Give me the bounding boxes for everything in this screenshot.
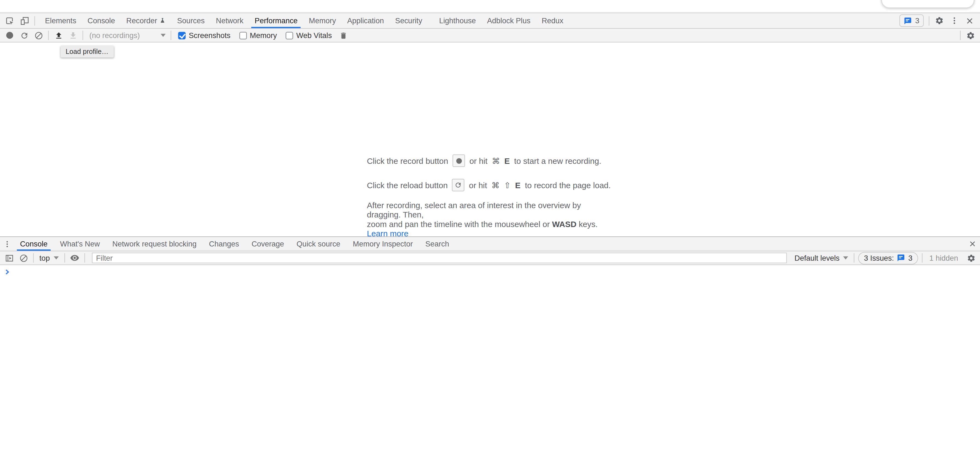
recordings-select-value: (no recordings) — [89, 31, 140, 40]
close-icon — [965, 17, 974, 25]
record-button[interactable] — [2, 29, 17, 42]
screenshots-checkbox[interactable]: Screenshots — [178, 31, 230, 40]
memory-checkbox[interactable]: Memory — [239, 31, 277, 40]
web-vitals-checkbox[interactable]: Web Vitals — [286, 31, 332, 40]
drawer-tabbar: Console What's New Network request block… — [0, 236, 980, 251]
tab-label: Network request blocking — [112, 239, 197, 248]
tab-network[interactable]: Network — [210, 13, 249, 28]
floating-pill — [881, 0, 975, 8]
tab-label: Console — [20, 239, 48, 248]
gear-icon — [967, 253, 975, 262]
tab-label: Lighthouse — [439, 16, 476, 25]
tab-label: Security — [395, 16, 422, 25]
tab-console[interactable]: Console — [82, 13, 121, 28]
instruction-text: or hit — [469, 180, 487, 190]
hint-text: zoom and pan the timeline with the mouse… — [367, 219, 550, 229]
divider — [960, 30, 961, 40]
clear-console-button[interactable] — [16, 251, 30, 265]
tab-performance[interactable]: Performance — [249, 13, 303, 28]
reload-icon — [20, 31, 29, 40]
load-profile-tooltip: Load profile… — [61, 46, 113, 57]
drawer-tab-network-request-blocking[interactable]: Network request blocking — [106, 237, 203, 250]
tab-label: Recorder — [126, 16, 157, 25]
issues-counter-button[interactable]: 3 Issues: 3 — [858, 252, 918, 264]
tab-application[interactable]: Application — [342, 13, 390, 28]
tab-adblock-plus[interactable]: Adblock Plus — [482, 13, 536, 28]
drawer-menu-button[interactable] — [0, 237, 14, 250]
divider — [48, 30, 49, 40]
tab-memory[interactable]: Memory — [303, 13, 342, 28]
inline-record-button[interactable] — [453, 155, 465, 167]
clear-button[interactable] — [31, 29, 46, 42]
device-toolbar-button[interactable] — [17, 13, 32, 28]
tab-elements[interactable]: Elements — [40, 13, 82, 28]
drawer-tab-memory-inspector[interactable]: Memory Inspector — [347, 237, 419, 250]
record-icon — [6, 32, 13, 39]
trash-icon — [339, 31, 348, 40]
caret-down-icon — [54, 256, 59, 259]
javascript-context-select[interactable]: top — [37, 253, 62, 262]
delete-recording-button[interactable] — [336, 29, 351, 42]
log-levels-select[interactable]: Default levels — [791, 253, 851, 262]
save-profile-button[interactable] — [65, 29, 80, 42]
circle-slash-icon — [19, 253, 28, 262]
recordings-select[interactable]: (no recordings) — [86, 31, 168, 40]
settings-button[interactable] — [932, 13, 947, 28]
download-icon — [68, 31, 77, 40]
tab-label: Console — [88, 16, 115, 25]
tab-recorder[interactable]: Recorder — [121, 13, 172, 28]
issues-counter-button[interactable]: 3 — [900, 14, 924, 27]
tab-redux[interactable]: Redux — [536, 13, 569, 28]
performance-panel-body: Load profile… Click the record button or… — [0, 42, 980, 236]
divider — [33, 253, 33, 263]
capture-settings-button[interactable] — [963, 29, 978, 42]
divider — [929, 16, 929, 25]
instruction-text: Click the record button — [367, 156, 448, 165]
tab-security[interactable]: Security — [390, 13, 428, 28]
console-settings-button[interactable] — [964, 251, 978, 265]
drawer-tab-quick-source[interactable]: Quick source — [290, 237, 347, 250]
drawer-tab-changes[interactable]: Changes — [203, 237, 245, 250]
checkbox-checked-icon — [178, 32, 185, 39]
console-messages-area[interactable] — [0, 265, 980, 459]
issues-label: 3 Issues: — [864, 253, 894, 262]
checkbox-unchecked-icon — [286, 32, 293, 39]
tab-label: Redux — [542, 16, 563, 25]
context-select-value: top — [40, 253, 50, 262]
inline-reload-button[interactable] — [452, 179, 465, 191]
divider — [84, 253, 85, 263]
tab-label: Application — [347, 16, 384, 25]
record-instruction-row: Click the record button or hit ⌘ E to st… — [367, 153, 613, 168]
create-live-expression-button[interactable] — [67, 251, 82, 265]
close-drawer-button[interactable] — [965, 237, 980, 250]
show-console-sidebar-button[interactable] — [2, 251, 16, 265]
divider — [922, 253, 922, 263]
drawer-tab-whats-new[interactable]: What's New — [54, 237, 106, 250]
issues-bubble-icon — [897, 254, 905, 262]
flask-icon — [160, 17, 166, 24]
tab-label: Performance — [255, 16, 298, 25]
drawer-tab-search[interactable]: Search — [419, 237, 455, 250]
tab-label: Network — [216, 16, 243, 25]
inspect-cursor-icon — [5, 16, 14, 25]
drawer-tab-coverage[interactable]: Coverage — [245, 237, 290, 250]
hint-text: keys. — [579, 219, 597, 229]
close-devtools-button[interactable] — [962, 13, 977, 28]
record-and-reload-button[interactable] — [17, 29, 32, 42]
tabbar-left-tools — [0, 13, 40, 28]
tab-label: Memory — [309, 16, 336, 25]
shortcut-key: E — [515, 180, 520, 190]
learn-more-link[interactable]: Learn more — [367, 229, 409, 236]
console-filter-input[interactable] — [92, 252, 787, 263]
more-options-button[interactable] — [947, 13, 962, 28]
inspect-element-button[interactable] — [2, 13, 17, 28]
tab-sources[interactable]: Sources — [172, 13, 210, 28]
drawer-tab-console[interactable]: Console — [14, 237, 54, 250]
load-profile-button[interactable] — [51, 29, 65, 42]
tab-lighthouse[interactable]: Lighthouse — [433, 13, 481, 28]
tab-label: What's New — [60, 239, 100, 248]
wasd-keys: WASD — [552, 219, 576, 229]
kebab-menu-icon — [950, 16, 959, 25]
divider — [64, 253, 65, 263]
upload-icon — [54, 31, 63, 40]
